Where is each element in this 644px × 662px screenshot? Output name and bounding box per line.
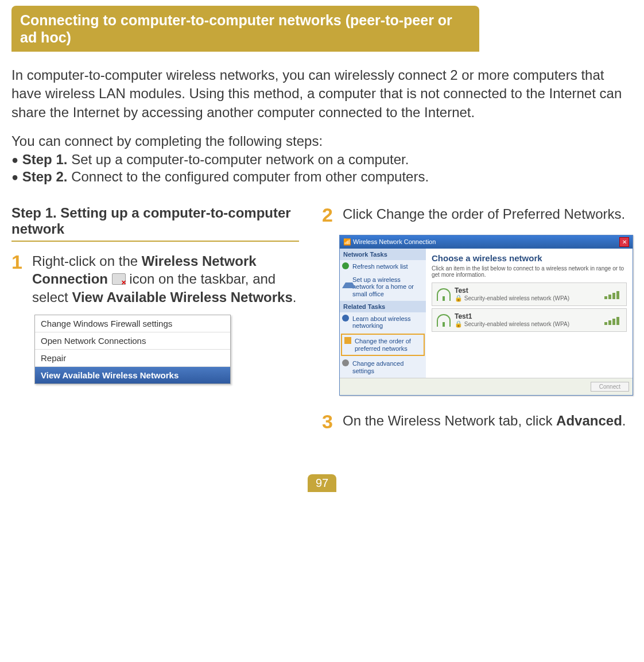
context-menu-item[interactable]: Repair xyxy=(35,350,230,367)
sidebar-link-setup[interactable]: Set up a wireless network for a home or … xyxy=(340,273,426,301)
network-security: 🔒 Security-enabled wireless network (WPA… xyxy=(455,320,569,328)
overview-step-2: ● Step 2. Connect to the configured comp… xyxy=(11,169,633,185)
sidebar-heading-related: Related Tasks xyxy=(340,301,426,312)
step-number-2: 2 xyxy=(322,205,338,224)
wireless-tray-icon xyxy=(112,273,126,285)
wireless-icon: 📶 xyxy=(343,238,353,245)
info-icon xyxy=(342,315,349,322)
network-list-item[interactable]: Test1 🔒 Security-enabled wireless networ… xyxy=(432,308,627,332)
context-menu-screenshot: Change Windows Firewall settings Open Ne… xyxy=(34,315,231,384)
network-name: Test1 xyxy=(455,312,569,320)
instruction-2: 2 Click Change the order of Preferred Ne… xyxy=(322,205,633,224)
window-sidebar: Network Tasks Refresh network list Set u… xyxy=(340,249,426,377)
sidebar-heading-tasks: Network Tasks xyxy=(340,249,426,260)
window-main-heading: Choose a wireless network xyxy=(432,253,627,263)
sidebar-link-refresh[interactable]: Refresh network list xyxy=(340,260,426,273)
refresh-icon xyxy=(342,262,349,269)
step-number-3: 3 xyxy=(322,412,338,431)
star-icon xyxy=(344,337,351,344)
lock-icon: 🔒 xyxy=(455,320,463,327)
window-titlebar: 📶 Wireless Network Connection ✕ xyxy=(340,235,633,249)
gear-icon xyxy=(342,359,349,366)
steps-intro: You can connect by completing the follow… xyxy=(11,133,633,149)
step-number-1: 1 xyxy=(11,252,28,306)
home-icon xyxy=(342,276,356,288)
connect-button[interactable]: Connect xyxy=(591,382,629,392)
window-main-subtext: Click an item in the list below to conne… xyxy=(432,265,627,278)
close-icon[interactable]: ✕ xyxy=(619,237,629,247)
instruction-1: 1 Right-click on the Wireless Network Co… xyxy=(11,252,299,306)
signal-bars-icon xyxy=(604,316,622,325)
window-title: 📶 Wireless Network Connection xyxy=(343,238,436,246)
sidebar-link-learn[interactable]: Learn about wireless networking xyxy=(340,312,426,332)
wireless-window-screenshot: 📶 Wireless Network Connection ✕ Network … xyxy=(339,235,633,395)
network-list-item[interactable]: Test 🔒 Security-enabled wireless network… xyxy=(432,282,627,306)
section-title: Connecting to computer-to-computer netwo… xyxy=(11,6,479,52)
signal-icon xyxy=(437,288,451,301)
instruction-3: 3 On the Wireless Network tab, click Adv… xyxy=(322,412,633,431)
network-security: 🔒 Security-enabled wireless network (WPA… xyxy=(455,295,569,302)
network-name: Test xyxy=(455,287,569,295)
signal-bars-icon xyxy=(604,290,622,299)
context-menu-item-selected[interactable]: View Available Wireless Networks xyxy=(35,367,230,384)
lock-icon: 🔒 xyxy=(455,295,463,301)
context-menu-item[interactable]: Open Network Connections xyxy=(35,332,230,350)
step1-heading: Step 1. Setting up a computer-to-compute… xyxy=(11,205,299,242)
intro-text: In computer-to-computer wireless network… xyxy=(11,66,633,122)
sidebar-link-change-order[interactable]: Change the order of preferred networks xyxy=(341,334,425,356)
overview-step-1: ● Step 1. Set up a computer-to-computer … xyxy=(11,152,633,168)
context-menu-item[interactable]: Change Windows Firewall settings xyxy=(35,315,230,332)
signal-icon xyxy=(437,314,451,327)
sidebar-link-advanced[interactable]: Change advanced settings xyxy=(340,357,426,377)
page-number: 97 xyxy=(308,474,336,492)
